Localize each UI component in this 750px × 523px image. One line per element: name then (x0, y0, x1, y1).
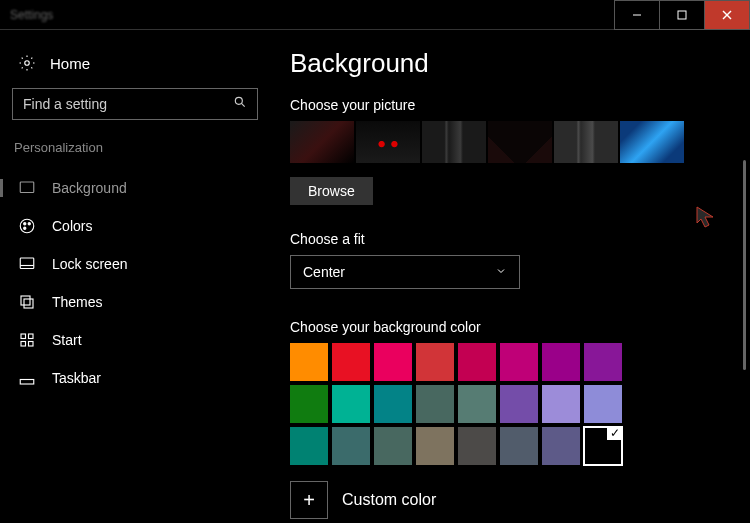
color-swatch[interactable] (584, 385, 622, 423)
scrollbar[interactable] (743, 30, 746, 519)
svg-rect-14 (21, 296, 30, 305)
svg-rect-19 (29, 342, 34, 347)
gear-icon (18, 54, 36, 72)
custom-color-row: + Custom color (290, 481, 730, 519)
svg-rect-1 (678, 11, 686, 19)
nav-icon (18, 331, 36, 349)
chevron-down-icon (495, 264, 507, 280)
close-button[interactable] (704, 0, 750, 30)
color-swatch[interactable] (458, 385, 496, 423)
svg-point-10 (28, 223, 30, 225)
choose-color-label: Choose your background color (290, 319, 730, 335)
color-swatch[interactable] (500, 385, 538, 423)
choose-fit-label: Choose a fit (290, 231, 730, 247)
color-swatch[interactable] (416, 385, 454, 423)
svg-line-6 (241, 103, 244, 106)
sidebar-item-background[interactable]: Background (12, 169, 258, 207)
nav-icon (18, 179, 36, 197)
svg-rect-15 (24, 299, 33, 308)
scrollbar-thumb[interactable] (743, 160, 746, 370)
color-swatch[interactable] (458, 427, 496, 465)
nav-icon (18, 217, 36, 235)
search-icon (233, 95, 247, 113)
window-title: Settings (10, 8, 53, 22)
browse-button[interactable]: Browse (290, 177, 373, 205)
color-swatches: ✓ (290, 343, 622, 465)
window-controls (615, 0, 750, 30)
sidebar-item-start[interactable]: Start (12, 321, 258, 359)
window-titlebar: Settings (0, 0, 750, 30)
home-label: Home (50, 55, 90, 72)
plus-icon: + (303, 489, 315, 512)
color-swatch[interactable]: ✓ (584, 427, 622, 465)
color-swatch[interactable] (416, 427, 454, 465)
nav-label: Taskbar (52, 370, 101, 386)
nav-label: Themes (52, 294, 103, 310)
nav-label: Colors (52, 218, 92, 234)
picture-thumb[interactable] (620, 121, 684, 163)
fit-value: Center (303, 264, 345, 280)
maximize-button[interactable] (659, 0, 705, 30)
color-swatch[interactable] (290, 385, 328, 423)
search-box[interactable] (12, 88, 258, 120)
color-swatch[interactable] (290, 427, 328, 465)
svg-point-4 (25, 61, 30, 66)
sidebar: Home Personalization BackgroundColorsLoc… (0, 30, 270, 523)
svg-rect-16 (21, 334, 26, 339)
color-swatch[interactable] (542, 427, 580, 465)
color-swatch[interactable] (374, 385, 412, 423)
sidebar-item-colors[interactable]: Colors (12, 207, 258, 245)
svg-rect-7 (20, 182, 34, 193)
section-label: Personalization (12, 140, 258, 169)
minimize-button[interactable] (614, 0, 660, 30)
picture-thumbnails (290, 121, 730, 163)
custom-color-button[interactable]: + (290, 481, 328, 519)
color-swatch[interactable] (332, 385, 370, 423)
color-swatch[interactable] (374, 427, 412, 465)
svg-point-5 (235, 97, 242, 104)
main-panel: Background Choose your picture Browse Ch… (270, 30, 750, 523)
sidebar-item-themes[interactable]: Themes (12, 283, 258, 321)
picture-thumb[interactable] (554, 121, 618, 163)
color-swatch[interactable] (332, 427, 370, 465)
svg-rect-18 (21, 342, 26, 347)
nav-icon (18, 255, 36, 273)
nav-label: Lock screen (52, 256, 127, 272)
color-swatch[interactable] (500, 427, 538, 465)
color-swatch[interactable] (500, 343, 538, 381)
check-icon: ✓ (607, 426, 623, 440)
svg-rect-20 (20, 380, 34, 385)
color-swatch[interactable] (332, 343, 370, 381)
svg-point-9 (24, 223, 26, 225)
home-button[interactable]: Home (12, 48, 258, 88)
choose-picture-label: Choose your picture (290, 97, 730, 113)
color-swatch[interactable] (458, 343, 496, 381)
fit-dropdown[interactable]: Center (290, 255, 520, 289)
svg-point-11 (24, 227, 26, 229)
color-swatch[interactable] (374, 343, 412, 381)
svg-rect-12 (20, 258, 34, 269)
color-swatch[interactable] (290, 343, 328, 381)
svg-rect-17 (29, 334, 34, 339)
nav-icon (18, 293, 36, 311)
color-swatch[interactable] (584, 343, 622, 381)
picture-thumb[interactable] (422, 121, 486, 163)
color-swatch[interactable] (542, 343, 580, 381)
picture-thumb[interactable] (290, 121, 354, 163)
search-input[interactable] (23, 96, 233, 112)
sidebar-item-lock-screen[interactable]: Lock screen (12, 245, 258, 283)
color-swatch[interactable] (542, 385, 580, 423)
custom-color-label: Custom color (342, 491, 436, 509)
sidebar-item-taskbar[interactable]: Taskbar (12, 359, 258, 397)
color-swatch[interactable] (416, 343, 454, 381)
picture-thumb[interactable] (488, 121, 552, 163)
nav-label: Start (52, 332, 82, 348)
nav-icon (18, 369, 36, 387)
nav-label: Background (52, 180, 127, 196)
picture-thumb[interactable] (356, 121, 420, 163)
svg-point-8 (20, 219, 34, 233)
page-title: Background (290, 48, 730, 79)
